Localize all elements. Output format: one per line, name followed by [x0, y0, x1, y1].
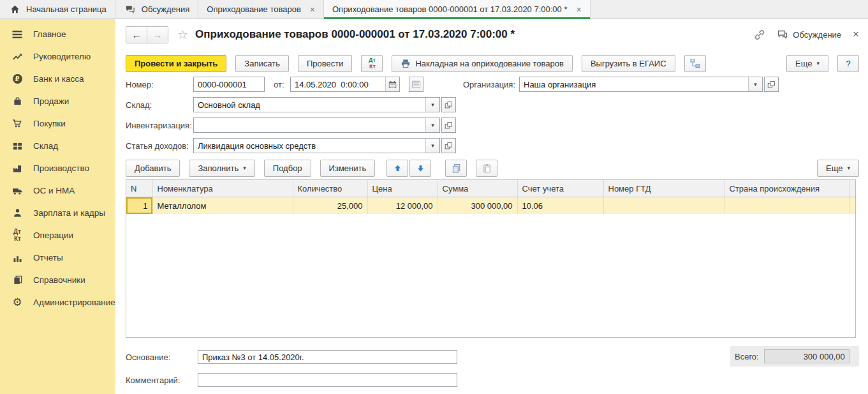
- cell-account[interactable]: 10.06: [517, 197, 603, 215]
- income-item-dropdown-button[interactable]: ▾: [425, 139, 439, 153]
- move-down-button[interactable]: [409, 160, 431, 177]
- calendar-button[interactable]: [385, 77, 399, 91]
- move-up-button[interactable]: [386, 160, 408, 177]
- column-header-price[interactable]: Цена: [367, 180, 438, 197]
- comment-field[interactable]: [198, 373, 457, 387]
- chevron-down-icon: ▾: [816, 60, 820, 66]
- print-invoice-label: Накладная на оприходование товаров: [415, 59, 563, 68]
- sidebar-item-label: Производство: [33, 163, 89, 173]
- sidebar-item-payroll-hr[interactable]: Зарплата и кадры: [0, 202, 115, 224]
- tab-label: Обсуждения: [142, 4, 190, 14]
- total-label: Всего:: [735, 352, 759, 361]
- warehouse-dropdown-button[interactable]: ▾: [425, 98, 439, 112]
- chevron-down-icon: ▾: [847, 165, 850, 171]
- sidebar-item-label: Зарплата и кадры: [33, 208, 105, 218]
- column-header-account[interactable]: Счет учета: [517, 180, 603, 197]
- open-icon: [767, 80, 776, 89]
- column-header-nomenclature[interactable]: Номенклатура: [152, 180, 293, 197]
- table-row[interactable]: 1 Металлолом 25,000 12 000,00 300 000,00…: [126, 197, 856, 215]
- warehouse-field[interactable]: [194, 98, 425, 112]
- sidebar-item-label: Отчеты: [33, 253, 63, 262]
- post-button[interactable]: Провести: [298, 55, 353, 72]
- chevron-down-icon: ▾: [243, 165, 246, 171]
- document-toolbar: Провести и закрыть Записать Провести ДтК…: [126, 54, 859, 73]
- column-header-quantity[interactable]: Количество: [293, 180, 367, 197]
- sidebar-item-bank-cash[interactable]: ₽ Банк и касса: [0, 68, 115, 90]
- back-button[interactable]: ←: [126, 27, 147, 43]
- sidebar-item-reports[interactable]: Отчеты: [0, 246, 115, 269]
- tab-close-icon[interactable]: ×: [310, 5, 315, 14]
- pick-button[interactable]: Подбор: [264, 160, 311, 177]
- section-sidebar: Главное Руководителю ₽ Банк и касса Прод…: [0, 19, 115, 394]
- cell-price[interactable]: 12 000,00: [367, 197, 438, 215]
- date-field[interactable]: [291, 77, 385, 91]
- help-button[interactable]: ?: [837, 55, 859, 72]
- print-invoice-button[interactable]: Накладная на оприходование товаров: [392, 55, 572, 72]
- tab-close-icon[interactable]: ×: [577, 5, 582, 14]
- cell-quantity[interactable]: 25,000: [293, 197, 367, 215]
- sidebar-item-purchases[interactable]: Покупки: [0, 112, 115, 135]
- copy-icon: [452, 163, 461, 173]
- cell-sum[interactable]: 300 000,00: [438, 197, 517, 215]
- sidebar-item-sales[interactable]: Продажи: [0, 90, 115, 112]
- sidebar-item-main[interactable]: Главное: [0, 23, 115, 45]
- sidebar-item-production[interactable]: Производство: [0, 157, 115, 179]
- sidebar-item-label: ОС и НМА: [33, 186, 75, 195]
- warehouse-open-button[interactable]: [441, 97, 456, 112]
- forward-button[interactable]: →: [147, 27, 168, 43]
- column-header-n[interactable]: N: [126, 180, 152, 197]
- egais-export-button[interactable]: Выгрузить в ЕГАИС: [582, 55, 675, 72]
- basis-field[interactable]: [198, 350, 457, 364]
- cell-gtd[interactable]: [603, 197, 725, 215]
- organization-dropdown-button[interactable]: ▾: [748, 77, 762, 91]
- organization-field[interactable]: [520, 77, 748, 91]
- discussion-button[interactable]: Обсуждение: [777, 29, 841, 40]
- copy-rows-button[interactable]: [445, 160, 467, 177]
- table-more-button[interactable]: Еще ▾: [817, 160, 859, 177]
- open-icon: [445, 121, 453, 130]
- printer-icon: [401, 59, 411, 68]
- sidebar-item-fixed-assets[interactable]: ОС и НМА: [0, 179, 115, 202]
- cell-country[interactable]: [725, 197, 849, 215]
- items-table: N Номенклатура Количество Цена Сумма Сче…: [126, 179, 856, 338]
- close-icon[interactable]: ×: [853, 28, 859, 41]
- sidebar-item-operations[interactable]: ДтКт Операции: [0, 224, 115, 246]
- number-field[interactable]: [193, 77, 265, 92]
- sidebar-item-directories[interactable]: Справочники: [0, 269, 115, 291]
- sidebar-item-warehouse[interactable]: Склад: [0, 135, 115, 157]
- inventory-dropdown-button[interactable]: ▾: [425, 118, 439, 132]
- dtkt-postings-button[interactable]: ДтКт: [361, 55, 383, 72]
- column-header-sum[interactable]: Сумма: [438, 180, 517, 197]
- column-header-gtd[interactable]: Номер ГТД: [603, 180, 725, 197]
- paste-rows-button[interactable]: [476, 160, 497, 177]
- more-button[interactable]: Еще ▾: [786, 55, 828, 72]
- structure-icon: [690, 58, 700, 68]
- sidebar-item-manager[interactable]: Руководителю: [0, 45, 115, 68]
- sidebar-item-label: Администрирование: [33, 298, 115, 307]
- sidebar-item-administration[interactable]: ⚙ Администрирование: [0, 291, 115, 314]
- row-move-buttons: [386, 160, 431, 177]
- cell-nomenclature[interactable]: Металлолом: [152, 197, 293, 215]
- tab-goods-receipt-list[interactable]: Оприходование товаров ×: [198, 0, 324, 19]
- income-item-open-button[interactable]: [441, 138, 456, 153]
- post-and-close-button[interactable]: Провести и закрыть: [126, 55, 226, 72]
- inventory-field[interactable]: [194, 118, 425, 132]
- column-header-country[interactable]: Страна происхождения: [725, 180, 849, 197]
- link-icon[interactable]: [754, 29, 765, 40]
- warehouse-label: Склад:: [126, 100, 193, 110]
- save-button[interactable]: Записать: [235, 55, 289, 72]
- favorite-star-icon[interactable]: ☆: [177, 27, 188, 42]
- tab-goods-receipt-document[interactable]: Оприходование товаров 0000-000001 от 17.…: [324, 0, 591, 19]
- add-row-button[interactable]: Добавить: [126, 160, 180, 177]
- fill-button[interactable]: Заполнить ▾: [189, 160, 254, 177]
- inventory-open-button[interactable]: [441, 117, 456, 133]
- organization-open-button[interactable]: [764, 77, 779, 92]
- income-item-field[interactable]: [194, 139, 425, 153]
- edit-row-button[interactable]: Изменить: [320, 160, 376, 177]
- column-header-spacer: [849, 180, 856, 197]
- show-list-button[interactable]: [409, 77, 423, 92]
- tab-home[interactable]: Начальная страница: [0, 0, 115, 19]
- egais-structure-button[interactable]: [684, 55, 706, 72]
- tab-discussions[interactable]: Обсуждения: [115, 0, 199, 19]
- cell-row-number[interactable]: 1: [126, 197, 152, 215]
